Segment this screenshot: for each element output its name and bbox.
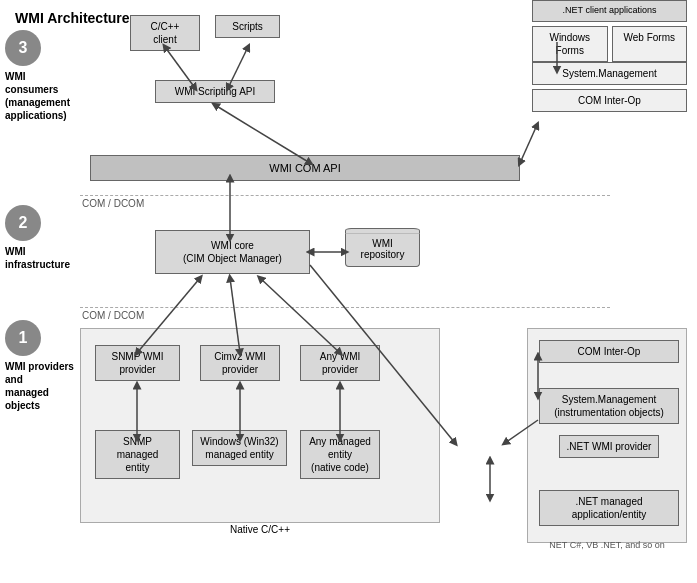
layer2-label: 2 WMI infrastructure — [5, 205, 75, 271]
cc-client-box: C/C++ client — [130, 15, 200, 51]
com-api-box: WMI COM API — [90, 155, 520, 181]
layer2-text: WMI infrastructure — [5, 245, 75, 271]
comdcom-label2: COM / DCOM — [82, 310, 144, 321]
system-management-top: System.Management COM Inter-Op — [532, 62, 687, 112]
dotnet-top-section: .NET client applications Windows Forms W… — [532, 0, 687, 62]
win32-managed-box: Windows (Win32) managed entity — [192, 430, 287, 466]
layer1-badge: 1 — [5, 320, 41, 356]
snmp-managed-box: SNMP managed entity — [95, 430, 180, 479]
comdcom-line2 — [80, 307, 610, 308]
dotnet-managed-app: .NET managed application/entity — [539, 490, 679, 526]
comdcom-line1 — [80, 195, 610, 196]
windows-forms-box: Windows Forms — [532, 26, 608, 62]
layer3-text: WMI consumers(managementapplications) — [5, 70, 75, 122]
system-management-right: System.Management (instrumentation objec… — [539, 388, 679, 424]
com-interop-right: COM Inter-Op — [539, 340, 679, 363]
dotnet-wmi-provider: .NET WMI provider — [559, 435, 659, 458]
native-label: Native C/C++ — [80, 524, 440, 535]
scripting-api-box: WMI Scripting API — [155, 80, 275, 103]
cimv2-provider-box: Cimv2 WMI provider — [200, 345, 280, 381]
snmp-provider-box: SNMP WMI provider — [95, 345, 180, 381]
wmi-core-box: WMI core (CIM Object Manager) — [155, 230, 310, 274]
layer3-badge: 3 — [5, 30, 41, 66]
layer3-label: 3 WMI consumers(managementapplications) — [5, 30, 75, 122]
layer1-text: WMI providersandmanagedobjects — [5, 360, 75, 412]
layer2-badge: 2 — [5, 205, 41, 241]
svg-line-3 — [520, 125, 537, 163]
web-forms-box: Web Forms — [612, 26, 688, 62]
wmi-repository: WMI repository — [345, 228, 420, 267]
scripts-box: Scripts — [215, 15, 280, 38]
layer1-label: 1 WMI providersandmanagedobjects — [5, 320, 75, 412]
comdcom-label1: COM / DCOM — [82, 198, 144, 209]
any-provider-box: Any WMI provider — [300, 345, 380, 381]
dotnet-header: .NET client applications — [532, 0, 687, 22]
dotnet-bottom-label: NET C#, VB .NET, and so on — [527, 540, 687, 550]
any-managed-box: Any managed entity (native code) — [300, 430, 380, 479]
